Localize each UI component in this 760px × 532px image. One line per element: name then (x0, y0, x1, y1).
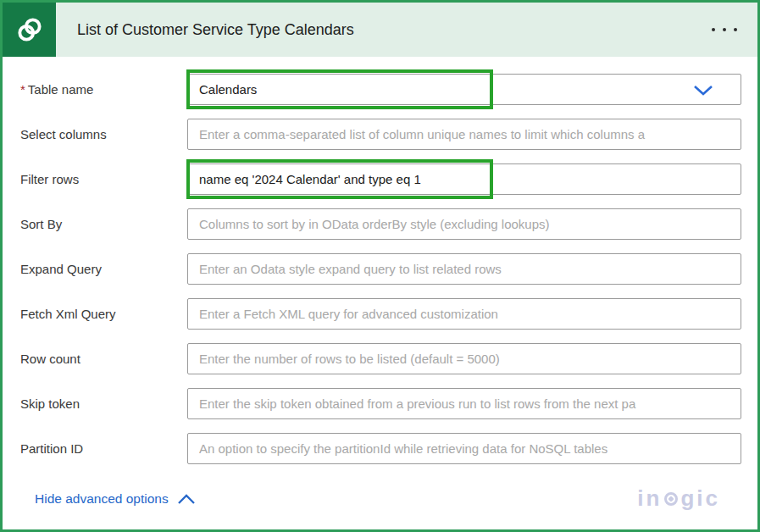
field-row-row-count: Row count (19, 343, 741, 374)
action-card: List of Customer Service Type Calendars … (0, 0, 760, 532)
hide-advanced-options-toggle[interactable]: Hide advanced options (35, 491, 196, 507)
fetch-xml-query-label: Fetch Xml Query (19, 307, 187, 321)
partition-id-input[interactable] (187, 433, 741, 464)
field-row-sort-by: Sort By (19, 208, 741, 240)
card-footer: Hide advanced options ingic (35, 485, 725, 512)
field-row-select-columns: Select columns (19, 119, 741, 150)
field-row-partition-id: Partition ID (19, 433, 741, 464)
select-columns-label: Select columns (19, 127, 187, 141)
sort-by-label: Sort By (19, 217, 187, 231)
skip-token-input[interactable] (187, 388, 741, 419)
field-row-table-name: *Table name (19, 74, 741, 105)
sort-by-input[interactable] (187, 208, 741, 240)
field-row-expand-query: Expand Query (19, 253, 741, 285)
action-title: List of Customer Service Type Calendars (77, 21, 710, 39)
inogic-o-icon (664, 492, 678, 506)
inogic-watermark: ingic (637, 485, 725, 512)
partition-id-label: Partition ID (19, 441, 187, 456)
expand-query-input[interactable] (187, 253, 741, 285)
more-options-icon[interactable] (710, 23, 739, 36)
filter-rows-label: Filter rows (19, 172, 187, 186)
chevron-up-icon (177, 494, 196, 505)
field-row-fetch-xml-query: Fetch Xml Query (19, 298, 741, 330)
action-header[interactable]: List of Customer Service Type Calendars (3, 3, 757, 57)
row-count-input[interactable] (187, 343, 741, 374)
skip-token-label: Skip token (19, 396, 187, 411)
table-name-label: *Table name (19, 82, 187, 97)
action-parameters: *Table name Select columns Filter rows S… (3, 57, 757, 512)
field-row-filter-rows: Filter rows (19, 163, 741, 195)
table-name-input[interactable] (187, 74, 741, 105)
watermark-suffix: gic (680, 485, 720, 512)
fetch-xml-query-input[interactable] (187, 298, 741, 330)
filter-rows-input[interactable] (187, 163, 741, 195)
action-title-band: List of Customer Service Type Calendars (56, 3, 757, 57)
select-columns-input[interactable] (187, 119, 741, 150)
expand-query-label: Expand Query (19, 262, 187, 276)
watermark-prefix: in (637, 485, 662, 512)
chevron-down-icon[interactable] (693, 85, 713, 100)
dataverse-icon (3, 3, 56, 57)
hide-advanced-options-label: Hide advanced options (35, 491, 169, 507)
field-row-skip-token: Skip token (19, 388, 741, 419)
required-asterisk: * (20, 82, 25, 97)
row-count-label: Row count (19, 352, 187, 366)
